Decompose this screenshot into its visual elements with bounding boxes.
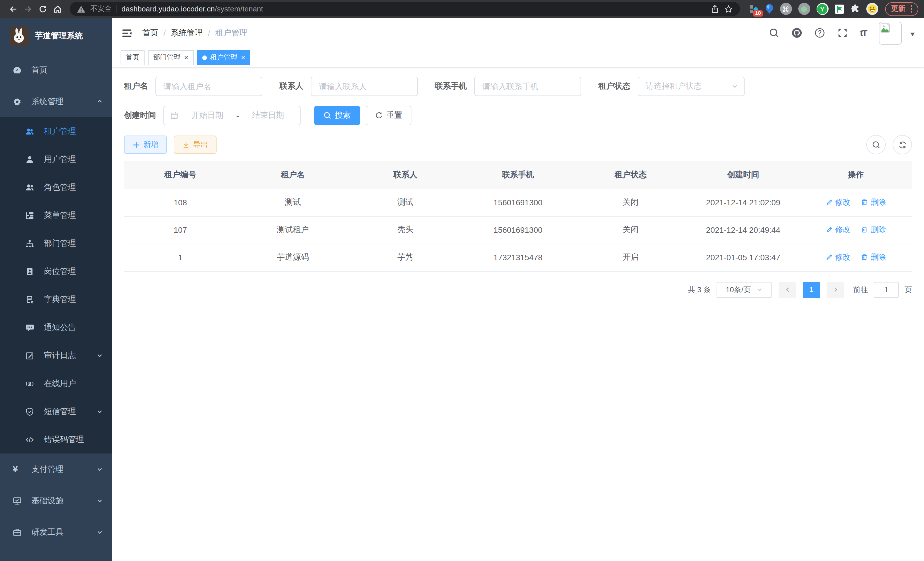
sidebar-item-error-codes[interactable]: 错误码管理: [0, 426, 112, 453]
chevron-left-icon: [784, 287, 790, 293]
font-size-button[interactable]: tT: [860, 28, 867, 38]
sidebar-item-announcements[interactable]: 通知公告: [0, 313, 112, 341]
help-button[interactable]: [814, 27, 825, 38]
tab-departments[interactable]: 部门管理 ×: [148, 50, 194, 65]
browser-forward-button[interactable]: [21, 2, 35, 16]
command-icon: [782, 5, 789, 12]
extension-balloon-button[interactable]: [765, 3, 773, 14]
search-icon: [769, 27, 779, 38]
bookmark-star-button[interactable]: [724, 4, 733, 14]
search-button[interactable]: 搜索: [314, 106, 360, 125]
edit-link[interactable]: 修改: [825, 225, 850, 235]
avatar-dropdown-caret[interactable]: [910, 32, 915, 38]
sms-shield-icon: [25, 407, 34, 416]
sidebar-item-infrastructure[interactable]: 基础设施: [0, 485, 112, 516]
page-number-current[interactable]: 1: [803, 282, 820, 298]
tab-home[interactable]: 首页: [121, 50, 145, 65]
start-date-placeholder[interactable]: 开始日期: [182, 110, 233, 121]
github-button[interactable]: [791, 27, 802, 38]
breadcrumb: 首页 / 系统管理 / 租户管理: [142, 28, 248, 38]
sidebar-logo-row: 芋道管理系统: [0, 18, 112, 54]
extension-green-dot-button[interactable]: [798, 3, 810, 15]
share-button[interactable]: [710, 4, 719, 14]
url-text: dashboard.yudao.iocoder.cn/system/tenant: [122, 5, 705, 13]
end-date-placeholder[interactable]: 结束日期: [243, 110, 294, 121]
browser-reload-button[interactable]: [35, 2, 50, 16]
sidebar-item-sms[interactable]: 短信管理: [0, 397, 112, 426]
extension-blocks-button[interactable]: 10: [749, 4, 759, 14]
tab-tenant[interactable]: 租户管理 ×: [197, 50, 250, 65]
prev-page-button[interactable]: [779, 282, 796, 298]
sidebar-toggle-button[interactable]: [121, 27, 133, 39]
sitemap-icon: [25, 239, 34, 248]
table-row: 108 测试 测试 15601691300 关闭 2021-12-14 21:0…: [124, 189, 912, 216]
page-size-select[interactable]: 10条/页: [717, 282, 772, 298]
browser-home-button[interactable]: [50, 2, 65, 16]
security-label: 不安全: [90, 4, 112, 14]
sidebar-item-label: 菜单管理: [44, 210, 76, 220]
extensions-area: 10 Y: [749, 3, 878, 15]
date-range-picker[interactable]: 开始日期 - 结束日期: [164, 106, 301, 125]
mobile-input[interactable]: [474, 77, 581, 96]
profile-avatar-button[interactable]: [866, 3, 878, 15]
dictionary-icon: [25, 295, 34, 304]
tab-close-icon[interactable]: ×: [184, 54, 188, 61]
table-search-toggle-button[interactable]: [866, 135, 886, 154]
green-dot-icon: [801, 6, 807, 12]
breadcrumb-separator: /: [208, 28, 210, 38]
edit-link[interactable]: 修改: [825, 197, 850, 208]
edit-link[interactable]: 修改: [825, 252, 850, 262]
cell-actions: 修改 删除: [800, 189, 912, 216]
extension-command-button[interactable]: [780, 3, 792, 15]
delete-link[interactable]: 删除: [861, 225, 886, 235]
delete-link[interactable]: 删除: [861, 197, 886, 208]
fullscreen-button[interactable]: [837, 27, 848, 38]
sidebar-item-online-users[interactable]: 在线用户: [0, 369, 112, 397]
cell-tenant-id: 108: [124, 189, 237, 216]
next-page-button[interactable]: [827, 282, 844, 298]
sidebar-item-label: 用户管理: [44, 154, 76, 164]
goto-page-input[interactable]: [874, 282, 899, 298]
sidebar-item-dictionary[interactable]: 字典管理: [0, 285, 112, 313]
reset-button[interactable]: 重置: [366, 106, 411, 125]
error-code-icon: [25, 435, 34, 444]
delete-link[interactable]: 删除: [861, 252, 886, 262]
sidebar-item-home[interactable]: 首页: [0, 54, 112, 86]
col-mobile: 联系手机: [462, 161, 574, 189]
cell-tenant-name: 测试: [237, 189, 349, 216]
header-search-button[interactable]: [769, 27, 779, 38]
trash-icon: [861, 226, 868, 234]
sidebar-item-tenant[interactable]: 租户管理: [0, 117, 112, 145]
browser-menu-dots-icon[interactable]: [910, 5, 912, 13]
col-tenant-id: 租户编号: [124, 161, 237, 189]
tenant-name-input[interactable]: [155, 77, 262, 96]
page-content: 租户名 联系人 联系手机 租户状态 请选择租户状态: [112, 68, 924, 561]
sidebar-item-departments[interactable]: 部门管理: [0, 229, 112, 257]
export-button[interactable]: 导出: [174, 135, 217, 154]
chevron-down-icon: [731, 83, 738, 90]
table-refresh-button[interactable]: [892, 135, 912, 154]
sidebar-item-users[interactable]: 用户管理: [0, 145, 112, 173]
audit-log-icon: [25, 351, 34, 360]
url-bar[interactable]: 不安全 dashboard.yudao.iocoder.cn/system/te…: [70, 2, 740, 16]
contact-label: 联系人: [279, 81, 303, 92]
sidebar-item-menus[interactable]: 菜单管理: [0, 201, 112, 229]
sidebar-item-system[interactable]: 系统管理: [0, 86, 112, 117]
add-button[interactable]: 新增: [124, 135, 167, 154]
sidebar-item-posts[interactable]: 岗位管理: [0, 257, 112, 285]
sidebar-item-audit-log[interactable]: 审计日志: [0, 341, 112, 369]
tab-close-icon[interactable]: ×: [241, 54, 245, 61]
extensions-puzzle-button[interactable]: [850, 4, 860, 14]
user-avatar[interactable]: [879, 21, 902, 44]
browser-back-button[interactable]: [6, 2, 21, 16]
browser-update-button[interactable]: 更新: [885, 2, 918, 16]
sidebar-item-dev-tools[interactable]: 研发工具: [0, 516, 112, 548]
breadcrumb-home[interactable]: 首页: [142, 28, 158, 38]
tenant-status-select[interactable]: 请选择租户状态: [638, 77, 745, 96]
breadcrumb-system[interactable]: 系统管理: [171, 28, 203, 38]
contact-input[interactable]: [311, 77, 418, 96]
extension-flag-button[interactable]: [835, 4, 844, 14]
sidebar-item-roles[interactable]: 角色管理: [0, 173, 112, 201]
sidebar-item-payment[interactable]: ¥ 支付管理: [0, 453, 112, 485]
extension-y-button[interactable]: Y: [816, 3, 828, 15]
